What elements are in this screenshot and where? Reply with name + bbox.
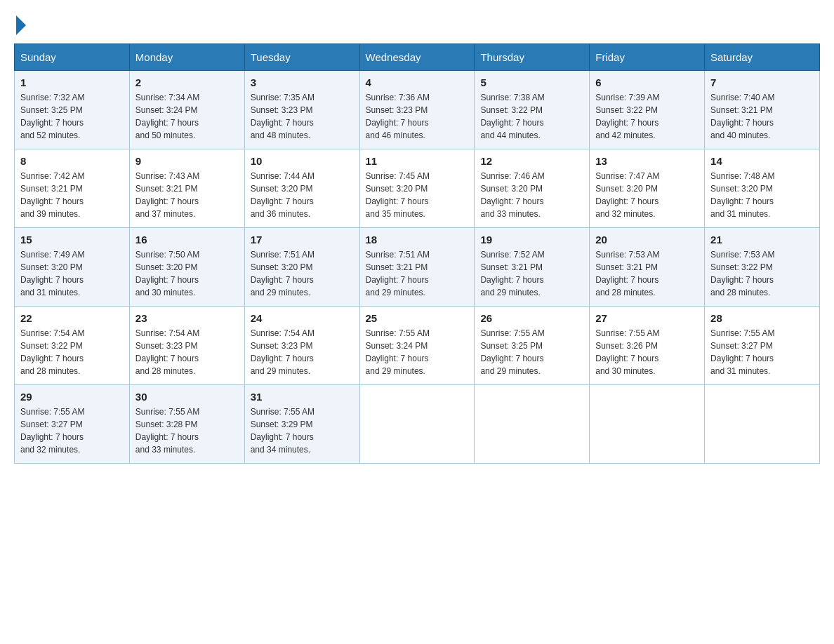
day-info: Sunrise: 7:55 AMSunset: 3:27 PMDaylight:… (20, 405, 124, 456)
day-info: Sunrise: 7:51 AMSunset: 3:20 PMDaylight:… (251, 248, 354, 299)
calendar-cell: 9Sunrise: 7:43 AMSunset: 3:21 PMDaylight… (129, 149, 244, 228)
day-info: Sunrise: 7:51 AMSunset: 3:21 PMDaylight:… (366, 248, 469, 299)
week-row-5: 29Sunrise: 7:55 AMSunset: 3:27 PMDayligh… (15, 385, 820, 464)
calendar-cell: 27Sunrise: 7:55 AMSunset: 3:26 PMDayligh… (590, 307, 705, 385)
day-info: Sunrise: 7:40 AMSunset: 3:21 PMDaylight:… (710, 91, 814, 142)
calendar-cell (475, 385, 590, 464)
calendar-cell: 18Sunrise: 7:51 AMSunset: 3:21 PMDayligh… (359, 228, 475, 307)
day-number: 6 (595, 76, 699, 88)
day-number: 18 (366, 234, 469, 246)
week-row-1: 1Sunrise: 7:32 AMSunset: 3:25 PMDaylight… (15, 71, 820, 149)
weekday-header-sunday: Sunday (15, 44, 130, 71)
day-number: 26 (480, 312, 583, 324)
day-info: Sunrise: 7:52 AMSunset: 3:21 PMDaylight:… (480, 248, 583, 299)
day-info: Sunrise: 7:47 AMSunset: 3:20 PMDaylight:… (595, 170, 699, 220)
day-info: Sunrise: 7:55 AMSunset: 3:24 PMDaylight:… (366, 327, 469, 377)
day-info: Sunrise: 7:55 AMSunset: 3:27 PMDaylight:… (710, 327, 814, 377)
day-info: Sunrise: 7:54 AMSunset: 3:23 PMDaylight:… (251, 327, 354, 377)
calendar-cell (705, 385, 820, 464)
calendar-cell: 7Sunrise: 7:40 AMSunset: 3:21 PMDaylight… (705, 71, 820, 149)
day-number: 27 (595, 312, 699, 324)
calendar-cell: 2Sunrise: 7:34 AMSunset: 3:24 PMDaylight… (129, 71, 244, 149)
day-info: Sunrise: 7:53 AMSunset: 3:22 PMDaylight:… (710, 248, 814, 299)
day-info: Sunrise: 7:32 AMSunset: 3:25 PMDaylight:… (20, 91, 124, 142)
day-info: Sunrise: 7:45 AMSunset: 3:20 PMDaylight:… (366, 170, 469, 220)
day-number: 9 (135, 155, 239, 167)
weekday-header-tuesday: Tuesday (244, 44, 359, 71)
day-number: 14 (710, 155, 814, 167)
day-info: Sunrise: 7:43 AMSunset: 3:21 PMDaylight:… (135, 170, 239, 220)
day-info: Sunrise: 7:53 AMSunset: 3:21 PMDaylight:… (595, 248, 699, 299)
logo (14, 14, 26, 32)
weekday-header-wednesday: Wednesday (359, 44, 475, 71)
day-info: Sunrise: 7:55 AMSunset: 3:29 PMDaylight:… (251, 405, 354, 456)
day-number: 30 (135, 391, 239, 403)
day-info: Sunrise: 7:55 AMSunset: 3:26 PMDaylight:… (595, 327, 699, 377)
day-number: 11 (366, 155, 469, 167)
day-info: Sunrise: 7:54 AMSunset: 3:23 PMDaylight:… (135, 327, 239, 377)
calendar-cell: 11Sunrise: 7:45 AMSunset: 3:20 PMDayligh… (359, 149, 475, 228)
day-info: Sunrise: 7:50 AMSunset: 3:20 PMDaylight:… (135, 248, 239, 299)
day-number: 31 (251, 391, 354, 403)
calendar-cell: 17Sunrise: 7:51 AMSunset: 3:20 PMDayligh… (244, 228, 359, 307)
day-number: 24 (251, 312, 354, 324)
day-number: 16 (135, 234, 239, 246)
calendar-cell: 23Sunrise: 7:54 AMSunset: 3:23 PMDayligh… (129, 307, 244, 385)
day-number: 4 (366, 76, 469, 88)
calendar-cell: 8Sunrise: 7:42 AMSunset: 3:21 PMDaylight… (15, 149, 130, 228)
day-number: 20 (595, 234, 699, 246)
calendar-cell: 26Sunrise: 7:55 AMSunset: 3:25 PMDayligh… (475, 307, 590, 385)
day-number: 19 (480, 234, 583, 246)
calendar-cell: 15Sunrise: 7:49 AMSunset: 3:20 PMDayligh… (15, 228, 130, 307)
day-info: Sunrise: 7:38 AMSunset: 3:22 PMDaylight:… (480, 91, 583, 142)
weekday-header-row: SundayMondayTuesdayWednesdayThursdayFrid… (15, 44, 820, 71)
calendar-cell: 6Sunrise: 7:39 AMSunset: 3:22 PMDaylight… (590, 71, 705, 149)
week-row-3: 15Sunrise: 7:49 AMSunset: 3:20 PMDayligh… (15, 228, 820, 307)
day-number: 8 (20, 155, 124, 167)
day-info: Sunrise: 7:46 AMSunset: 3:20 PMDaylight:… (480, 170, 583, 220)
day-info: Sunrise: 7:39 AMSunset: 3:22 PMDaylight:… (595, 91, 699, 142)
weekday-header-saturday: Saturday (705, 44, 820, 71)
day-number: 1 (20, 76, 124, 88)
day-number: 17 (251, 234, 354, 246)
day-info: Sunrise: 7:35 AMSunset: 3:23 PMDaylight:… (251, 91, 354, 142)
calendar-cell: 12Sunrise: 7:46 AMSunset: 3:20 PMDayligh… (475, 149, 590, 228)
day-info: Sunrise: 7:55 AMSunset: 3:25 PMDaylight:… (480, 327, 583, 377)
calendar-cell: 22Sunrise: 7:54 AMSunset: 3:22 PMDayligh… (15, 307, 130, 385)
calendar-cell: 16Sunrise: 7:50 AMSunset: 3:20 PMDayligh… (129, 228, 244, 307)
calendar-cell: 28Sunrise: 7:55 AMSunset: 3:27 PMDayligh… (705, 307, 820, 385)
calendar-cell: 24Sunrise: 7:54 AMSunset: 3:23 PMDayligh… (244, 307, 359, 385)
calendar-cell (590, 385, 705, 464)
day-number: 12 (480, 155, 583, 167)
day-number: 29 (20, 391, 124, 403)
weekday-header-friday: Friday (590, 44, 705, 71)
day-number: 28 (710, 312, 814, 324)
calendar-cell: 1Sunrise: 7:32 AMSunset: 3:25 PMDaylight… (15, 71, 130, 149)
day-number: 15 (20, 234, 124, 246)
calendar-cell: 19Sunrise: 7:52 AMSunset: 3:21 PMDayligh… (475, 228, 590, 307)
day-info: Sunrise: 7:36 AMSunset: 3:23 PMDaylight:… (366, 91, 469, 142)
day-number: 22 (20, 312, 124, 324)
calendar-cell: 25Sunrise: 7:55 AMSunset: 3:24 PMDayligh… (359, 307, 475, 385)
day-info: Sunrise: 7:42 AMSunset: 3:21 PMDaylight:… (20, 170, 124, 220)
day-number: 5 (480, 76, 583, 88)
week-row-2: 8Sunrise: 7:42 AMSunset: 3:21 PMDaylight… (15, 149, 820, 228)
logo-triangle-icon (16, 15, 26, 35)
day-number: 25 (366, 312, 469, 324)
day-number: 7 (710, 76, 814, 88)
calendar-cell: 10Sunrise: 7:44 AMSunset: 3:20 PMDayligh… (244, 149, 359, 228)
calendar-cell (359, 385, 475, 464)
calendar-cell: 30Sunrise: 7:55 AMSunset: 3:28 PMDayligh… (129, 385, 244, 464)
calendar-cell: 3Sunrise: 7:35 AMSunset: 3:23 PMDaylight… (244, 71, 359, 149)
day-number: 10 (251, 155, 354, 167)
day-number: 23 (135, 312, 239, 324)
day-info: Sunrise: 7:48 AMSunset: 3:20 PMDaylight:… (710, 170, 814, 220)
day-number: 3 (251, 76, 354, 88)
day-number: 2 (135, 76, 239, 88)
day-info: Sunrise: 7:34 AMSunset: 3:24 PMDaylight:… (135, 91, 239, 142)
day-info: Sunrise: 7:49 AMSunset: 3:20 PMDaylight:… (20, 248, 124, 299)
calendar-cell: 20Sunrise: 7:53 AMSunset: 3:21 PMDayligh… (590, 228, 705, 307)
day-info: Sunrise: 7:55 AMSunset: 3:28 PMDaylight:… (135, 405, 239, 456)
calendar-cell: 4Sunrise: 7:36 AMSunset: 3:23 PMDaylight… (359, 71, 475, 149)
weekday-header-monday: Monday (129, 44, 244, 71)
